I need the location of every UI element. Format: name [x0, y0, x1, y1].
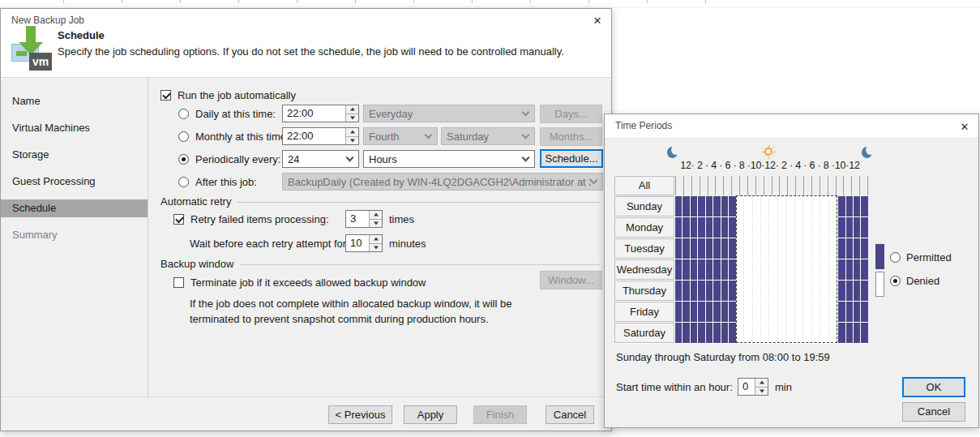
- daily-time-spinner[interactable]: 22:00: [282, 105, 359, 122]
- grid-cell-permitted[interactable]: [846, 196, 853, 216]
- grid-cell-denied[interactable]: [762, 217, 769, 238]
- hour-column-header[interactable]: [779, 176, 787, 195]
- grid-cell-permitted[interactable]: [838, 302, 845, 322]
- day-button-saturday[interactable]: Saturday: [614, 323, 674, 343]
- spin-down-icon[interactable]: [370, 220, 382, 228]
- retry-checkbox[interactable]: [173, 214, 184, 225]
- grid-cell-permitted[interactable]: [698, 238, 704, 259]
- grid-cell-permitted[interactable]: [861, 281, 867, 301]
- after-job-radio[interactable]: [178, 177, 189, 187]
- retry-spin-buttons[interactable]: [369, 211, 382, 227]
- hour-column-header[interactable]: [843, 176, 851, 195]
- grid-cell-permitted[interactable]: [846, 323, 853, 343]
- grid-cell-denied[interactable]: [754, 281, 761, 301]
- hour-column-header[interactable]: [787, 176, 795, 195]
- grid-cell-denied[interactable]: [737, 196, 744, 216]
- spin-down-icon[interactable]: [755, 388, 768, 396]
- grid-cell-denied[interactable]: [754, 259, 761, 280]
- grid-cell-denied[interactable]: [813, 302, 820, 322]
- grid-cell-denied[interactable]: [770, 217, 777, 238]
- grid-cell-denied[interactable]: [796, 217, 803, 238]
- day-button-sunday[interactable]: Sunday: [614, 196, 674, 216]
- grid-cell-denied[interactable]: [737, 302, 744, 322]
- hour-column-header[interactable]: [731, 176, 739, 195]
- grid-cell-denied[interactable]: [745, 217, 752, 238]
- grid-cell-permitted[interactable]: [838, 281, 845, 301]
- sidebar-item-name[interactable]: Name: [1, 92, 148, 110]
- grid-cell-denied[interactable]: [787, 238, 794, 259]
- grid-cell-denied[interactable]: [779, 238, 786, 259]
- grid-cell-denied[interactable]: [770, 196, 777, 216]
- grid-cell-permitted[interactable]: [675, 217, 682, 238]
- grid-cell-permitted[interactable]: [713, 238, 720, 259]
- grid-cell-denied[interactable]: [762, 196, 769, 216]
- grid-cell-denied[interactable]: [796, 281, 803, 301]
- grid-cell-permitted[interactable]: [854, 281, 860, 301]
- day-button-wednesday[interactable]: Wednesday: [614, 259, 674, 280]
- grid-cell-permitted[interactable]: [854, 323, 860, 343]
- hour-column-header[interactable]: [764, 176, 772, 195]
- hour-column-header[interactable]: [851, 176, 859, 195]
- spin-up-icon[interactable]: [346, 128, 358, 137]
- grid-cell-permitted[interactable]: [729, 302, 735, 322]
- grid-cell-permitted[interactable]: [838, 323, 845, 343]
- start-time-spin-buttons[interactable]: [755, 379, 768, 395]
- wait-spin-buttons[interactable]: [369, 235, 382, 251]
- grid-cell-permitted[interactable]: [854, 302, 860, 322]
- grid-cell-denied[interactable]: [754, 196, 761, 216]
- grid-cell-denied[interactable]: [779, 196, 786, 216]
- hour-column-header[interactable]: [739, 176, 747, 195]
- spin-down-icon[interactable]: [346, 137, 358, 145]
- grid-cell-denied[interactable]: [804, 238, 811, 259]
- daily-radio[interactable]: [178, 109, 189, 119]
- hour-column-header[interactable]: [691, 176, 700, 195]
- grid-cell-denied[interactable]: [821, 259, 828, 280]
- wait-minutes-spinner[interactable]: 10: [345, 234, 383, 252]
- grid-cell-denied[interactable]: [813, 281, 820, 301]
- hour-column-header[interactable]: [811, 176, 820, 195]
- grid-cell-denied[interactable]: [821, 196, 828, 216]
- grid-cell-permitted[interactable]: [713, 217, 720, 238]
- hour-column-header[interactable]: [723, 176, 731, 195]
- grid-cell-permitted[interactable]: [838, 238, 845, 259]
- grid-cell-denied[interactable]: [754, 302, 761, 322]
- grid-cell-denied[interactable]: [804, 281, 811, 301]
- grid-cell-denied[interactable]: [754, 238, 761, 259]
- grid-cell-permitted[interactable]: [838, 259, 845, 280]
- hour-column-header[interactable]: [755, 176, 764, 195]
- grid-cell-permitted[interactable]: [691, 196, 697, 216]
- months-button[interactable]: Months...: [540, 127, 602, 146]
- grid-cell-denied[interactable]: [737, 238, 744, 259]
- denied-radio[interactable]: [890, 276, 901, 286]
- hour-column-header[interactable]: [836, 176, 844, 195]
- grid-cell-denied[interactable]: [821, 302, 828, 322]
- grid-cell-permitted[interactable]: [706, 281, 713, 301]
- grid-cell-denied[interactable]: [770, 259, 777, 280]
- grid-cell-permitted[interactable]: [861, 323, 867, 343]
- grid-cell-permitted[interactable]: [683, 302, 689, 322]
- spin-up-icon[interactable]: [346, 105, 358, 114]
- monthly-week-dropdown[interactable]: Fourth: [363, 127, 438, 145]
- grid-cell-denied[interactable]: [804, 196, 811, 216]
- tp-cancel-button[interactable]: Cancel: [902, 402, 965, 422]
- grid-cell-permitted[interactable]: [691, 217, 697, 238]
- grid-cell-permitted[interactable]: [861, 196, 867, 216]
- sidebar-item-summary[interactable]: Summary: [1, 226, 148, 244]
- grid-cell-denied[interactable]: [762, 259, 769, 280]
- grid-cell-denied[interactable]: [762, 238, 769, 259]
- grid-cell-permitted[interactable]: [854, 196, 860, 216]
- grid-cell-permitted[interactable]: [675, 302, 682, 322]
- grid-cell-permitted[interactable]: [698, 217, 704, 238]
- grid-cell-denied[interactable]: [830, 217, 837, 238]
- grid-cell-denied[interactable]: [745, 259, 752, 280]
- grid-cell-permitted[interactable]: [683, 259, 689, 280]
- hour-column-header[interactable]: [820, 176, 828, 195]
- grid-cell-denied[interactable]: [821, 217, 828, 238]
- grid-cell-permitted[interactable]: [846, 259, 853, 280]
- grid-cell-denied[interactable]: [787, 217, 794, 238]
- grid-cell-denied[interactable]: [779, 217, 786, 238]
- grid-cell-denied[interactable]: [830, 323, 837, 343]
- periodically-unit-dropdown[interactable]: Hours: [363, 150, 535, 168]
- day-button-monday[interactable]: Monday: [614, 217, 674, 238]
- finish-button[interactable]: Finish: [473, 405, 527, 424]
